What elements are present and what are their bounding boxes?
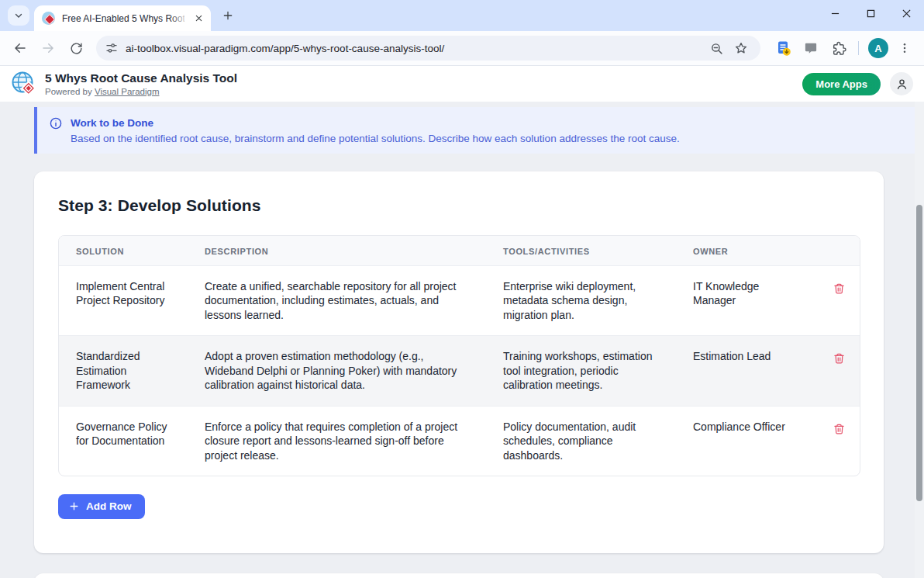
browser-tab[interactable]: Free AI-Enabled 5 Whys Root Cause Analys… — [34, 5, 211, 31]
app-header: 5 Whys Root Cause Analysis Tool Powered … — [0, 66, 924, 102]
solutions-card: Step 3: Develop Solutions SOLUTION DESCR… — [34, 171, 884, 553]
col-solution: SOLUTION — [59, 236, 188, 265]
back-button[interactable] — [8, 36, 33, 61]
trash-icon — [833, 282, 845, 295]
table-row: Implement Central Project Repository Cre… — [59, 265, 860, 335]
add-row-button[interactable]: Add Row — [58, 494, 145, 519]
url-text[interactable]: ai-toolbox.visual-paradigm.com/app/5-why… — [126, 43, 702, 54]
trash-icon — [833, 352, 845, 365]
tab-title: Free AI-Enabled 5 Whys Root Cause Analys… — [62, 13, 184, 24]
cell-tools[interactable]: Training workshops, estimation tool inte… — [486, 335, 676, 405]
delete-row-button[interactable] — [832, 281, 846, 296]
extensions-puzzle-icon[interactable] — [827, 36, 850, 60]
browser-window: Free AI-Enabled 5 Whys Root Cause Analys… — [0, 0, 924, 578]
minimize-button[interactable] — [817, 0, 853, 26]
visual-paradigm-link[interactable]: Visual Paradigm — [95, 87, 160, 96]
forward-button[interactable] — [36, 36, 60, 61]
window-controls — [817, 0, 924, 26]
cell-solution[interactable]: Governance Policy for Documentation — [59, 406, 188, 476]
cell-tools[interactable]: Enterprise wiki deployment, metadata sch… — [486, 265, 676, 335]
toolbar-divider — [858, 41, 859, 55]
vp-favicon-icon — [42, 12, 55, 25]
maximize-button[interactable] — [853, 0, 888, 26]
scrollbar[interactable] — [915, 102, 924, 578]
delete-row-button[interactable] — [832, 351, 846, 366]
banner-text: Work to be Done Based on the identified … — [71, 116, 680, 154]
cell-tools[interactable]: Policy documentation, audit schedules, c… — [486, 406, 676, 476]
page-content: Work to be Done Based on the identified … — [0, 102, 924, 578]
profile-avatar[interactable]: A — [868, 38, 888, 58]
person-icon — [895, 78, 908, 91]
add-row-label: Add Row — [86, 500, 132, 512]
plus-icon — [69, 501, 79, 511]
zoom-out-icon[interactable] — [706, 38, 726, 58]
col-owner: OWNER — [676, 236, 815, 265]
comment-bubble-icon[interactable] — [799, 36, 822, 60]
cell-owner[interactable]: Compliance Officer — [676, 406, 815, 476]
solutions-table: SOLUTION DESCRIPTION TOOLS/ACTIVITIES OW… — [58, 235, 860, 476]
banner-description: Based on the identified root cause, brai… — [71, 131, 680, 147]
info-banner: Work to be Done Based on the identified … — [34, 107, 915, 154]
docs-download-extension-icon[interactable] — [771, 36, 795, 60]
reload-button[interactable] — [64, 36, 88, 61]
cell-solution[interactable]: Standardized Estimation Framework — [59, 335, 188, 405]
page-title: Step 3: Develop Solutions — [58, 196, 860, 215]
user-account-button[interactable] — [890, 72, 913, 95]
new-tab-button[interactable] — [217, 5, 239, 26]
tune-icon[interactable] — [105, 42, 118, 54]
vp-globe-logo-icon — [11, 71, 37, 97]
browser-toolbar: ai-toolbox.visual-paradigm.com/app/5-why… — [0, 31, 924, 66]
col-description: DESCRIPTION — [188, 236, 486, 265]
tab-strip: Free AI-Enabled 5 Whys Root Cause Analys… — [0, 0, 924, 31]
forward-arrow-icon — [41, 41, 55, 55]
cell-description[interactable]: Adopt a proven estimation methodology (e… — [188, 335, 486, 405]
col-tools-activities: TOOLS/ACTIVITIES — [486, 236, 676, 265]
cell-description[interactable]: Create a unified, searchable repository … — [188, 265, 486, 335]
info-circle-icon — [50, 117, 62, 130]
chevron-down-icon — [14, 11, 23, 20]
col-actions — [815, 236, 860, 265]
close-window-button[interactable] — [888, 0, 924, 26]
tab-close-icon[interactable] — [192, 12, 205, 25]
bookmark-star-icon[interactable] — [731, 38, 751, 58]
powered-by: Powered by Visual Paradigm — [45, 87, 237, 96]
delete-row-button[interactable] — [832, 421, 846, 437]
cell-owner[interactable]: Estimation Lead — [676, 335, 815, 405]
app-title: 5 Whys Root Cause Analysis Tool — [45, 71, 237, 86]
back-arrow-icon — [13, 41, 27, 55]
reload-icon — [70, 42, 83, 55]
app-titles: 5 Whys Root Cause Analysis Tool Powered … — [45, 71, 237, 96]
table-row: Governance Policy for Documentation Enfo… — [59, 406, 860, 476]
scrollbar-thumb[interactable] — [916, 205, 922, 501]
more-apps-button[interactable]: More Apps — [802, 73, 881, 95]
tab-title-fade — [169, 5, 189, 31]
plus-icon — [222, 10, 233, 21]
trash-icon — [833, 423, 845, 435]
table-header-row: SOLUTION DESCRIPTION TOOLS/ACTIVITIES OW… — [59, 236, 860, 265]
cell-solution[interactable]: Implement Central Project Repository — [59, 265, 188, 335]
menu-dots-icon[interactable] — [893, 36, 916, 60]
cell-description[interactable]: Enforce a policy that requires completio… — [188, 406, 486, 476]
address-bar[interactable]: ai-toolbox.visual-paradigm.com/app/5-why… — [96, 36, 760, 61]
next-section-card — [34, 573, 884, 578]
cell-owner[interactable]: IT Knowledge Manager — [676, 265, 815, 335]
tab-search-button[interactable] — [8, 5, 29, 26]
banner-title: Work to be Done — [71, 116, 680, 131]
table-row: Standardized Estimation Framework Adopt … — [59, 335, 860, 405]
